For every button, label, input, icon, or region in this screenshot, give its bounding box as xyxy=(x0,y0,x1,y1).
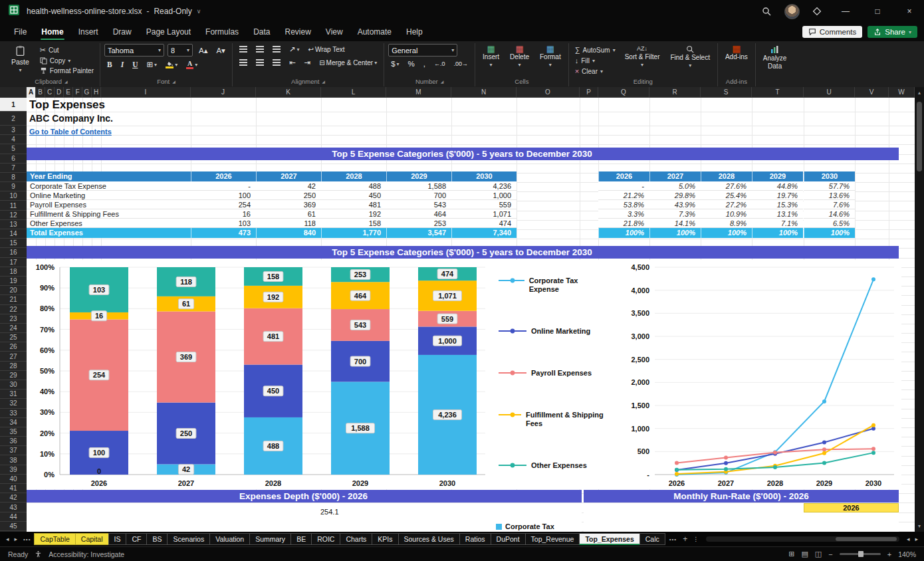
expense-value[interactable]: 61 xyxy=(256,209,321,219)
expense-value[interactable]: 16 xyxy=(191,209,256,219)
pct-value[interactable]: 19.7% xyxy=(752,191,803,200)
pct-value[interactable]: - xyxy=(598,181,649,191)
sheet-tab-valuation[interactable]: Valuation xyxy=(209,533,250,545)
zoom-out-button[interactable]: − xyxy=(828,550,832,558)
expense-value[interactable]: 369 xyxy=(256,200,321,209)
row-header-24[interactable]: 24 xyxy=(0,324,27,333)
menu-draw[interactable]: Draw xyxy=(106,23,139,41)
pct-table-year-2030[interactable]: 2030 xyxy=(804,171,855,181)
align-top-icon[interactable] xyxy=(237,45,250,53)
accounting-format-button[interactable]: $▾ xyxy=(388,59,402,68)
dialog-launcher-icon[interactable]: ◢ xyxy=(322,79,325,84)
insert-cells-button[interactable]: ▦Insert▾ xyxy=(479,44,503,70)
banner-monthly-runrate[interactable]: Monthly Run-Rate ($'000) - 2026 xyxy=(584,490,899,503)
italic-button[interactable]: I xyxy=(118,60,126,69)
legend-item-online-marketing[interactable]: Online Marketing xyxy=(499,327,604,336)
expense-value[interactable]: 1,071 xyxy=(451,209,517,219)
expense-row-label[interactable]: Online Marketing xyxy=(25,191,191,200)
vertical-scrollbar-thumb[interactable] xyxy=(917,102,922,171)
pct-total-value[interactable]: 100% xyxy=(804,228,855,238)
column-header-L[interactable]: L xyxy=(321,87,386,98)
column-header-T[interactable]: T xyxy=(752,87,804,98)
tabs-overflow-icon[interactable]: ••• xyxy=(667,536,679,542)
share-button[interactable]: Share ▾ xyxy=(867,26,917,38)
column-header-A[interactable]: A xyxy=(27,87,36,98)
column-header-F[interactable]: F xyxy=(73,87,82,98)
expense-table-year-2030[interactable]: 2030 xyxy=(451,171,517,181)
menu-insert[interactable]: Insert xyxy=(71,23,106,41)
scroll-down-icon[interactable]: ▾ xyxy=(918,520,921,532)
pct-value[interactable]: 10.9% xyxy=(701,209,752,219)
expense-row-label[interactable]: Payroll Expenses xyxy=(25,200,191,209)
row-header-34[interactable]: 34 xyxy=(0,418,27,427)
decrease-indent-icon[interactable]: ⇤ xyxy=(287,57,298,68)
view-page-layout-icon[interactable]: ▤ xyxy=(801,550,808,558)
row-header-15[interactable]: 15 xyxy=(0,239,27,248)
autosum-button[interactable]: ∑AutoSum▾ xyxy=(573,45,618,55)
expense-total-value[interactable]: 1,770 xyxy=(321,228,386,238)
pct-value[interactable]: 21.8% xyxy=(598,219,649,228)
sheet-tab-ratios[interactable]: Ratios xyxy=(459,533,491,545)
tabs-more-icon[interactable]: ••• xyxy=(21,536,33,542)
minimize-button[interactable]: — xyxy=(831,0,860,23)
pct-value[interactable]: 43.9% xyxy=(649,200,701,209)
sheet-tab-kpis[interactable]: KPIs xyxy=(372,533,398,545)
zoom-level[interactable]: 140% xyxy=(898,550,916,558)
row-header-33[interactable]: 33 xyxy=(0,409,27,418)
find-select-button[interactable]: Find & Select▾ xyxy=(667,44,713,70)
expense-value[interactable]: - xyxy=(191,181,256,191)
expense-value[interactable]: 118 xyxy=(256,219,321,228)
row-header-2[interactable]: 2 xyxy=(0,112,27,126)
fill-color-button[interactable]: ▾ xyxy=(163,60,180,69)
pct-value[interactable]: 29.8% xyxy=(649,191,701,200)
menu-file[interactable]: File xyxy=(7,23,34,41)
diamond-icon[interactable] xyxy=(806,0,828,23)
legend-item-other-expenses[interactable]: Other Expenses xyxy=(499,461,604,470)
percent-style-button[interactable]: % xyxy=(405,59,417,68)
expense-row-label[interactable]: Corporate Tax Expense xyxy=(25,181,191,191)
column-header-W[interactable]: W xyxy=(889,87,915,98)
vertical-scrollbar[interactable]: ▴ ▾ xyxy=(915,87,924,532)
column-header-E[interactable]: E xyxy=(64,87,73,98)
comments-button[interactable]: Comments xyxy=(802,26,863,38)
row-header-30[interactable]: 30 xyxy=(0,380,27,390)
increase-font-icon[interactable]: A▴ xyxy=(196,45,210,56)
pct-value[interactable]: 53.8% xyxy=(598,200,649,209)
align-bottom-icon[interactable] xyxy=(270,45,283,53)
search-icon[interactable] xyxy=(755,0,778,23)
pct-total-value[interactable]: 100% xyxy=(649,228,701,238)
menu-automate[interactable]: Automate xyxy=(350,23,399,41)
menu-page-layout[interactable]: Page Layout xyxy=(139,23,198,41)
stacked-bar-chart[interactable]: 0%10%20%30%40%50%60%70%80%90%100%0100254… xyxy=(25,260,497,489)
row-header-38[interactable]: 38 xyxy=(0,456,27,465)
align-center-icon[interactable] xyxy=(253,58,267,66)
font-color-button[interactable]: A▾ xyxy=(183,60,200,70)
expense-value[interactable]: 481 xyxy=(321,200,386,209)
menu-view[interactable]: View xyxy=(318,23,350,41)
align-left-icon[interactable] xyxy=(237,58,250,66)
format-painter-button[interactable]: Format Painter xyxy=(38,66,96,75)
sheet-tab-is[interactable]: IS xyxy=(108,533,127,545)
expense-value[interactable]: 4,236 xyxy=(451,181,517,191)
zoom-slider[interactable] xyxy=(840,553,881,555)
banner-top5-table[interactable]: Top 5 Expense Categories ($'000) - 5 yea… xyxy=(25,148,899,160)
accessibility-status[interactable]: Accessibility: Investigate xyxy=(49,550,124,558)
expense-table-year-2029[interactable]: 2029 xyxy=(386,171,451,181)
row-header-7[interactable]: 7 xyxy=(0,164,27,173)
pct-value[interactable]: 5.0% xyxy=(649,181,701,191)
expense-value[interactable]: 103 xyxy=(191,219,256,228)
row-header-21[interactable]: 21 xyxy=(0,295,27,304)
pct-value[interactable]: 27.6% xyxy=(701,181,752,191)
sheet-tab-dupont[interactable]: DuPont xyxy=(491,533,526,545)
analyze-data-button[interactable]: AnalyzeData xyxy=(760,44,790,71)
hscroll-left-icon[interactable]: ◂ xyxy=(905,536,912,542)
expense-table-year-2026[interactable]: 2026 xyxy=(191,171,256,181)
row-header-28[interactable]: 28 xyxy=(0,362,27,371)
column-header-V[interactable]: V xyxy=(855,87,889,98)
expense-total-value[interactable]: 7,340 xyxy=(451,228,517,238)
column-header-H[interactable]: H xyxy=(92,87,101,98)
row-header-10[interactable]: 10 xyxy=(0,191,27,201)
borders-button[interactable]: ⊞▾ xyxy=(144,59,160,70)
align-right-icon[interactable] xyxy=(270,58,283,66)
expense-row-label[interactable]: Other Expenses xyxy=(25,219,191,228)
